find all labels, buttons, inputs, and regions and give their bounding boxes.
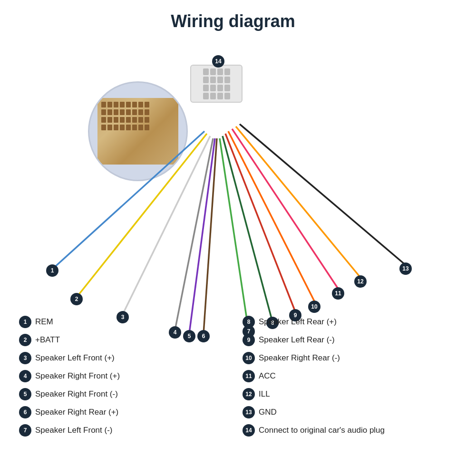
legend-label-5: Speaker Right Front (-)	[35, 389, 118, 399]
legend-item-8: 8Speaker Left Rear (+)	[243, 314, 447, 330]
legend-badge-12: 12	[243, 388, 255, 400]
svg-line-10	[232, 129, 340, 291]
main-connector	[190, 65, 243, 103]
legend-badge-1: 1	[19, 316, 31, 328]
legend-label-6: Speaker Right Rear (+)	[35, 408, 118, 417]
legend-label-9: Speaker Left Rear (-)	[259, 335, 335, 345]
legend-badge-6: 6	[19, 406, 31, 418]
svg-line-6	[220, 138, 248, 329]
svg-line-9	[228, 131, 316, 305]
badge-14: 14	[212, 55, 224, 68]
legend-item-5: 5Speaker Right Front (-)	[19, 386, 223, 402]
legend-item-12: 12ILL	[243, 386, 447, 402]
svg-line-4	[189, 138, 215, 333]
svg-line-12	[240, 124, 407, 266]
legend-item-4: 4Speaker Right Front (+)	[19, 368, 223, 384]
legend-badge-11: 11	[243, 370, 255, 382]
legend-badge-9: 9	[243, 334, 255, 346]
legend-item-14: 14Connect to original car's audio plug	[243, 422, 447, 438]
legend-item-2: 2+BATT	[19, 332, 223, 348]
page-title: Wiring diagram	[0, 0, 466, 36]
legend-label-14: Connect to original car's audio plug	[259, 426, 385, 435]
legend-label-3: Speaker Left Front (+)	[35, 353, 115, 363]
legend-label-8: Speaker Left Rear (+)	[259, 317, 337, 327]
legend-item-1: 1REM	[19, 314, 223, 330]
legend-label-13: GND	[259, 408, 277, 417]
legend-label-7: Speaker Left Front (-)	[35, 426, 113, 435]
legend-label-2: +BATT	[35, 335, 60, 345]
legend-badge-14: 14	[243, 424, 255, 437]
legend-badge-13: 13	[243, 406, 255, 418]
legend-badge-8: 8	[243, 316, 255, 328]
legend-label-1: REM	[35, 317, 53, 327]
legend-badge-5: 5	[19, 388, 31, 400]
legend-badge-2: 2	[19, 334, 31, 346]
legend-item-13: 13GND	[243, 404, 447, 420]
badge-1: 1	[46, 264, 58, 277]
legend-label-12: ILL	[259, 389, 270, 399]
svg-line-11	[236, 126, 361, 279]
legend-badge-7: 7	[19, 424, 31, 437]
svg-line-3	[175, 138, 213, 330]
badge-12: 12	[354, 275, 367, 288]
legend-section: 1REM8Speaker Left Rear (+)2+BATT9Speaker…	[0, 309, 466, 438]
connector-photo	[88, 81, 188, 181]
badge-2: 2	[70, 293, 83, 305]
badge-13: 13	[399, 262, 412, 275]
svg-line-7	[223, 136, 272, 320]
legend-badge-4: 4	[19, 370, 31, 382]
legend-badge-3: 3	[19, 352, 31, 364]
legend-item-10: 10Speaker Right Rear (-)	[243, 350, 447, 366]
legend-item-9: 9Speaker Left Rear (-)	[243, 332, 447, 348]
legend-item-6: 6Speaker Right Rear (+)	[19, 404, 223, 420]
legend-label-4: Speaker Right Front (+)	[35, 371, 120, 381]
svg-line-8	[225, 134, 296, 313]
legend-label-10: Speaker Right Rear (-)	[259, 353, 340, 363]
legend-label-11: ACC	[259, 371, 276, 381]
legend-item-7: 7Speaker Left Front (-)	[19, 422, 223, 438]
legend-badge-10: 10	[243, 352, 255, 364]
legend-item-3: 3Speaker Left Front (+)	[19, 350, 223, 366]
svg-line-5	[204, 138, 217, 333]
badge-11: 11	[332, 287, 344, 300]
legend-item-11: 11ACC	[243, 368, 447, 384]
wiring-diagram: 1 2 3 4 5 6 7 8 9 10 11 12 13 14	[0, 36, 466, 345]
